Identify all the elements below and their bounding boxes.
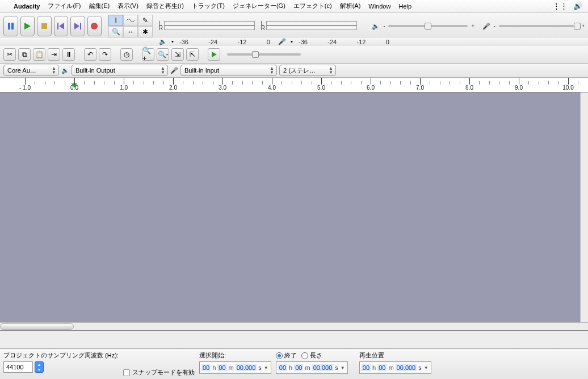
device-toolbar: Core Au…▲▼ Built-in Output▲▼ Built-in In… [0,64,588,78]
menu-file[interactable]: ファイル(F) [48,2,81,10]
menu-analyze[interactable]: 解析(A) [340,2,361,10]
menu-generate[interactable]: ジェネレーター(G) [233,2,285,10]
project-rate-input[interactable]: ▲▼ [3,361,119,373]
speaker-icon [61,67,69,74]
audio-position-label: 再生位置 [359,351,431,360]
svg-rect-6 [80,23,81,30]
playback-volume[interactable]: - + [372,23,474,30]
project-rate-label: プロジェクトのサンプリング周波数 (Hz): [3,351,119,360]
playback-meter[interactable]: LR [158,21,255,31]
fit-project-button[interactable]: ⇱ [186,48,199,61]
meter-tick: -12 [357,39,366,44]
mic-icon [482,23,490,30]
menu-edit[interactable]: 編集(E) [89,2,110,10]
cut-button[interactable]: ✂ [3,48,16,61]
meter-tick: -12 [238,39,247,44]
meter-tick: -36 [179,39,188,44]
draw-tool[interactable]: ✎ [138,15,153,26]
multi-tool[interactable]: ✱ [138,26,153,37]
volume-icon[interactable]: 🔊 [573,2,582,10]
meter-tick: -24 [327,39,337,44]
playback-speed-slider[interactable] [227,53,301,56]
copy-button[interactable]: ⧉ [18,48,31,61]
envelope-tool[interactable] [123,15,138,26]
selection-end-time[interactable]: 00h 00m 00.000s ▼ [276,361,348,374]
app-menu[interactable]: Audacity [14,3,40,10]
tools-toolbar: I ✎ 🔍 ↔ ✱ [108,15,153,37]
skip-start-button[interactable] [54,16,69,36]
play-at-speed-button[interactable] [208,48,220,61]
meter-scale-row: ▾ -36 -24 -12 0 ▾ -36 -24 -12 0 [0,38,588,46]
meter-mic-icon [278,38,286,45]
record-button[interactable] [87,16,102,36]
menu-window[interactable]: Window [368,3,390,10]
meter-tick: 0 [267,39,270,44]
edit-toolbar: ✂ ⧉ 📋 ⇥ ⏸ ↶ ↷ ◷ 🔍+ 🔍- ⇲ ⇱ [0,46,588,64]
vertical-scrollbar[interactable] [580,92,588,322]
selection-start-time[interactable]: 00h 00m 00.000s ▼ [199,361,271,374]
mic-icon [170,67,178,74]
selection-start-label: 選択開始: [199,351,271,360]
menu-tracks[interactable]: トラック(T) [192,2,225,10]
selection-toolbar: プロジェクトのサンプリング周波数 (Hz): ▲▼ スナップモードを有効 選択開… [0,348,588,379]
svg-marker-7 [74,23,79,30]
track-area[interactable] [0,92,588,331]
meter-speaker-icon [159,38,167,45]
bluetooth-icon[interactable]: ⋮⋮ [553,2,568,10]
meter-tick: -24 [208,39,217,44]
snap-to-checkbox[interactable]: スナップモードを有効 [123,368,195,377]
fit-selection-button[interactable]: ⇲ [171,48,184,61]
end-radio[interactable]: 終了 [276,351,297,360]
transport-toolbar: I ✎ 🔍 ↔ ✱ LR LR - + - [0,12,588,40]
sync-lock-button[interactable]: ◷ [120,48,133,61]
meter-tick: 0 [386,39,389,44]
input-device-combo[interactable]: Built-in Input▲▼ [180,65,277,76]
svg-rect-3 [41,23,47,29]
record-volume[interactable]: - + [482,23,585,30]
undo-button[interactable]: ↶ [84,48,96,61]
play-button[interactable] [20,16,35,36]
record-meter[interactable]: LR [261,21,357,31]
menu-view[interactable]: 表示(V) [117,2,138,10]
pause-button[interactable] [3,16,18,36]
input-channels-combo[interactable]: 2 (ステレ…▲▼ [279,65,336,76]
menu-effect[interactable]: エフェクト(c) [293,2,332,10]
timeshift-tool[interactable]: ↔ [123,26,138,37]
skip-end-button[interactable] [70,16,85,36]
silence-button[interactable]: ⏸ [62,48,75,61]
mac-menubar: Audacity ファイル(F) 編集(E) 表示(V) 録音と再生(r) トラ… [0,0,588,12]
timeline-ruler[interactable]: - 1.00.01.02.03.04.05.06.07.08.09.010.0 [0,78,588,92]
speaker-icon [372,23,380,30]
svg-marker-2 [24,23,31,30]
length-radio[interactable]: 長さ [301,351,322,360]
audio-host-combo[interactable]: Core Au…▲▼ [3,65,59,76]
svg-rect-0 [8,23,10,30]
selection-tool[interactable]: I [108,15,123,26]
svg-marker-5 [59,23,64,30]
menu-help[interactable]: Help [398,3,411,10]
zoom-out-button[interactable]: 🔍- [157,48,169,61]
trim-button[interactable]: ⇥ [48,48,60,61]
svg-rect-1 [11,23,14,30]
svg-marker-9 [212,52,217,57]
menu-transport[interactable]: 録音と再生(r) [146,2,184,10]
horizontal-scrollbar[interactable] [0,322,588,330]
stop-button[interactable] [37,16,52,36]
svg-rect-4 [57,23,58,30]
zoom-in-button[interactable]: 🔍+ [142,48,154,61]
svg-point-8 [91,23,98,30]
audio-position-time[interactable]: 00h 00m 00.000s ▼ [359,361,431,374]
redo-button[interactable]: ↷ [99,48,111,61]
output-device-combo[interactable]: Built-in Output▲▼ [72,65,168,76]
meter-tick: -36 [299,39,308,44]
zoom-tool[interactable]: 🔍 [108,26,123,37]
paste-button[interactable]: 📋 [33,48,45,61]
